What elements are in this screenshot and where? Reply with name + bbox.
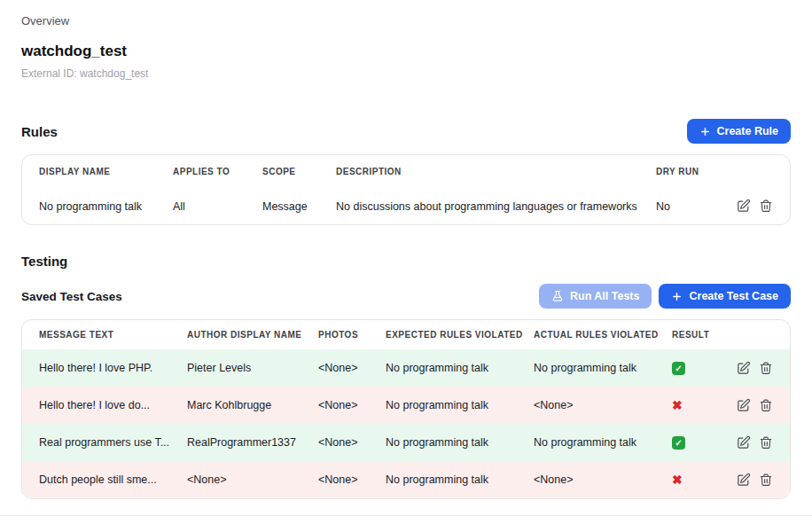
test-author: <None> — [187, 473, 318, 486]
trash-icon — [759, 473, 773, 488]
rule-scope: Message — [262, 200, 336, 213]
column-header-result: Result — [672, 330, 725, 340]
test-result — [672, 473, 725, 487]
test-photos: <None> — [318, 362, 386, 374]
test-case-row: Dutch people still sme... <None> <None> … — [22, 461, 790, 498]
run-all-tests-button[interactable]: Run All Tests — [539, 284, 652, 309]
column-header-dry-run: Dry Run — [656, 167, 734, 176]
column-header-photos: Photos — [318, 330, 386, 340]
edit-test-case-button[interactable] — [736, 473, 751, 488]
column-header-message-text: Message Text — [39, 330, 187, 340]
test-actual-rules: No programming talk — [534, 362, 672, 374]
delete-test-case-button[interactable] — [759, 473, 773, 488]
test-actions — [725, 473, 773, 488]
edit-test-case-button[interactable] — [736, 398, 751, 413]
test-case-row: Hello there! I love PHP. Pieter Levels <… — [22, 349, 790, 387]
result-pass-icon — [672, 436, 685, 450]
delete-test-case-button[interactable] — [759, 398, 773, 413]
test-result — [672, 362, 725, 375]
edit-icon — [736, 361, 751, 376]
testing-actions: Run All Tests Create Test Case — [539, 284, 791, 309]
testing-heading: Testing — [21, 254, 791, 269]
test-message-text: Dutch people still sme... — [39, 473, 187, 486]
test-case-row: Hello there! I love do... Marc Kohlbrugg… — [22, 387, 790, 424]
result-pass-icon — [672, 362, 685, 375]
edit-icon — [736, 473, 751, 488]
test-actions — [725, 435, 773, 450]
edit-test-case-button[interactable] — [736, 435, 751, 450]
create-rule-button-label: Create Rule — [717, 125, 778, 137]
result-fail-icon — [672, 473, 683, 487]
column-header-display-name: Display Name — [39, 167, 173, 176]
rule-display-name: No programming talk — [39, 200, 173, 213]
test-cases-table: Message Text Author Display Name Photos … — [21, 319, 791, 499]
column-header-actual-rules-violated: Actual Rules Violated — [534, 330, 672, 340]
column-header-scope: Scope — [262, 167, 336, 176]
result-fail-icon — [672, 398, 683, 412]
test-expected-rules: No programming talk — [386, 399, 534, 411]
test-actions — [725, 361, 773, 376]
test-author: Pieter Levels — [187, 362, 318, 374]
rule-dry-run: No — [656, 200, 734, 213]
edit-icon — [736, 435, 751, 450]
test-message-text: Hello there! I love PHP. — [39, 362, 187, 374]
delete-test-case-button[interactable] — [759, 435, 773, 450]
page-title: watchdog_test — [21, 43, 791, 60]
edit-test-case-button[interactable] — [736, 361, 751, 376]
edit-icon — [736, 199, 751, 214]
test-expected-rules: No programming talk — [386, 362, 534, 374]
column-header-author-display-name: Author Display Name — [187, 330, 318, 340]
test-actions — [725, 398, 773, 413]
rules-section-header: Rules Create Rule — [21, 119, 791, 144]
trash-icon — [759, 398, 773, 413]
column-header-expected-rules-violated: Expected Rules Violated — [386, 330, 534, 340]
rule-actions — [734, 199, 773, 214]
column-header-applies-to: Applies To — [173, 167, 262, 176]
column-header-description: Description — [336, 167, 656, 176]
test-photos: <None> — [318, 436, 386, 449]
test-photos: <None> — [318, 473, 386, 486]
flask-icon — [551, 290, 564, 302]
external-id-label: External ID: watchdog_test — [21, 67, 791, 80]
trash-icon — [759, 435, 773, 450]
saved-test-cases-header: Saved Test Cases Run All Tests Create Te… — [21, 284, 791, 309]
breadcrumb-overview-link[interactable]: Overview — [21, 14, 791, 27]
rules-table: Display Name Applies To Scope Descriptio… — [21, 154, 791, 225]
delete-rule-button[interactable] — [759, 199, 773, 214]
test-message-text: Real programmers use T... — [39, 436, 187, 449]
create-rule-button[interactable]: Create Rule — [687, 119, 791, 144]
create-test-case-button[interactable]: Create Test Case — [659, 284, 791, 309]
rules-table-header: Display Name Applies To Scope Descriptio… — [22, 155, 790, 188]
test-result — [672, 398, 725, 412]
test-expected-rules: No programming talk — [386, 473, 534, 486]
create-test-case-button-label: Create Test Case — [689, 290, 778, 302]
rule-applies-to: All — [173, 200, 262, 213]
test-result — [672, 436, 725, 450]
test-case-row: Real programmers use T... RealProgrammer… — [22, 424, 790, 461]
rules-heading: Rules — [21, 124, 58, 139]
test-author: RealProgrammer1337 — [187, 436, 318, 449]
test-author: Marc Kohlbrugge — [187, 399, 318, 411]
page: Overview watchdog_test External ID: watc… — [0, 0, 812, 516]
plus-icon — [671, 291, 683, 302]
rule-row: No programming talk All Message No discu… — [22, 188, 790, 224]
run-all-tests-button-label: Run All Tests — [570, 290, 639, 302]
plus-icon — [699, 126, 711, 137]
test-photos: <None> — [318, 399, 386, 411]
trash-icon — [759, 199, 773, 214]
test-actual-rules: <None> — [534, 399, 672, 411]
test-cases-table-header: Message Text Author Display Name Photos … — [22, 320, 790, 349]
trash-icon — [759, 361, 773, 376]
page-bottom-divider — [0, 515, 812, 516]
delete-test-case-button[interactable] — [759, 361, 773, 376]
test-message-text: Hello there! I love do... — [39, 399, 187, 411]
edit-icon — [736, 398, 751, 413]
test-expected-rules: No programming talk — [386, 436, 534, 449]
rule-description: No discussions about programming languag… — [336, 200, 656, 213]
saved-test-cases-label: Saved Test Cases — [21, 290, 122, 303]
test-actual-rules: <None> — [534, 473, 672, 486]
edit-rule-button[interactable] — [736, 199, 751, 214]
test-actual-rules: No programming talk — [534, 436, 672, 449]
